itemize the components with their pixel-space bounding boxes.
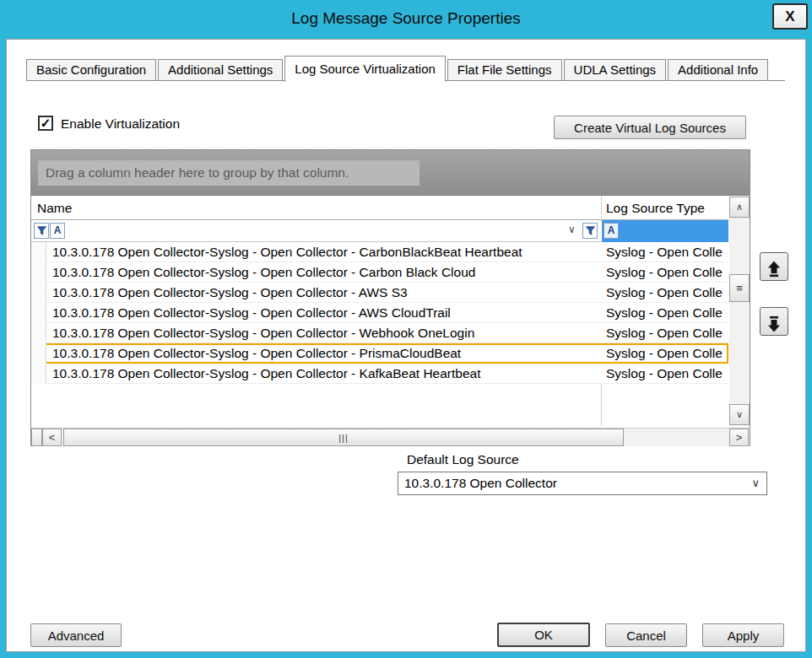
row-name-cell[interactable]: 10.3.0.178 Open Collector-Syslog - Open … bbox=[52, 323, 597, 342]
text-filter-icon[interactable]: A bbox=[50, 223, 65, 239]
row-type-cell[interactable]: Syslog - Open Colle bbox=[606, 343, 728, 363]
grid-row[interactable]: 10.3.0.178 Open Collector-Syslog - Open … bbox=[31, 323, 728, 343]
row-type-cell[interactable]: Syslog - Open Colle bbox=[606, 262, 728, 282]
name-filter-funnel-icon[interactable] bbox=[582, 223, 598, 239]
grid-row[interactable]: 10.3.0.178 Open Collector-Syslog - Open … bbox=[31, 283, 728, 303]
tab-log-source-virtualization[interactable]: Log Source Virtualization bbox=[284, 56, 446, 82]
down-arrow-icon bbox=[765, 315, 783, 333]
row-type-cell[interactable]: Syslog - Open Colle bbox=[606, 242, 728, 262]
funnel-glyph bbox=[37, 226, 46, 235]
tab-basic-configuration[interactable]: Basic Configuration bbox=[26, 59, 156, 80]
default-log-source-label: Default Log Source bbox=[407, 452, 519, 467]
row-selector-cell[interactable] bbox=[31, 364, 46, 384]
row-name-cell[interactable]: 10.3.0.178 Open Collector-Syslog - Open … bbox=[52, 242, 597, 262]
enable-virtualization-checkbox[interactable]: ✓ bbox=[38, 116, 53, 131]
move-down-button[interactable] bbox=[760, 307, 788, 336]
ok-button[interactable]: OK bbox=[497, 623, 590, 647]
row-name-cell[interactable]: 10.3.0.178 Open Collector-Syslog - Open … bbox=[52, 262, 597, 282]
row-type-cell[interactable]: Syslog - Open Colle bbox=[606, 364, 728, 383]
checkbox-check-icon: ✓ bbox=[40, 117, 51, 129]
grid-row[interactable]: 10.3.0.178 Open Collector-Syslog - Open … bbox=[31, 242, 728, 262]
grid-row[interactable]: 10.3.0.178 Open Collector-Syslog - Open … bbox=[31, 364, 728, 384]
row-name-cell[interactable]: 10.3.0.178 Open Collector-Syslog - Open … bbox=[52, 303, 597, 322]
scroll-right-button[interactable]: > bbox=[729, 429, 749, 446]
default-log-source-combobox[interactable]: 10.3.0.178 Open Collector ∨ bbox=[398, 472, 767, 495]
row-name-cell[interactable]: 10.3.0.178 Open Collector-Syslog - Open … bbox=[52, 364, 597, 383]
grid-row[interactable]: 10.3.0.178 Open Collector-Syslog - Open … bbox=[31, 303, 728, 323]
tab-udla-settings[interactable]: UDLA Settings bbox=[564, 59, 667, 80]
scroll-up-button[interactable]: ∧ bbox=[729, 197, 750, 218]
enable-virtualization-label: Enable Virtualization bbox=[61, 116, 180, 132]
titlebar[interactable]: Log Message Source Properties X bbox=[0, 0, 812, 39]
grid-row[interactable]: 10.3.0.178 Open Collector-Syslog - Open … bbox=[31, 262, 728, 283]
tab-strip: Basic Configuration Additional Settings … bbox=[26, 57, 770, 80]
grid-header-row: Name Log Source Type bbox=[31, 196, 728, 220]
row-type-cell[interactable]: Syslog - Open Colle bbox=[606, 303, 728, 322]
vertical-scrollbar[interactable]: ∧ ≡ ∨ bbox=[729, 197, 750, 425]
scroll-down-button[interactable]: ∨ bbox=[729, 404, 750, 425]
funnel-glyph bbox=[586, 226, 595, 235]
row-name-cell[interactable]: 10.3.0.178 Open Collector-Syslog - Open … bbox=[52, 283, 597, 302]
row-type-cell[interactable]: Syslog - Open Colle bbox=[606, 323, 728, 342]
row-selector-cell[interactable] bbox=[31, 262, 46, 283]
row-name-cell[interactable]: 10.3.0.178 Open Collector-Syslog - Open … bbox=[52, 343, 597, 363]
window-title: Log Message Source Properties bbox=[0, 9, 812, 28]
filter-row: A ∨ A bbox=[31, 220, 728, 242]
vertical-scroll-thumb[interactable]: ≡ bbox=[729, 274, 750, 302]
scroll-left-button[interactable]: < bbox=[42, 429, 62, 446]
column-header-name[interactable]: Name bbox=[37, 196, 72, 220]
row-selector-cell[interactable] bbox=[31, 303, 46, 323]
dialog-window: Log Message Source Properties X Basic Co… bbox=[0, 0, 812, 658]
filter-funnel-icon[interactable] bbox=[34, 223, 49, 239]
type-filter-text-icon: A bbox=[604, 223, 619, 239]
row-selector-cell[interactable] bbox=[31, 283, 46, 303]
apply-button[interactable]: Apply bbox=[702, 623, 784, 647]
tab-additional-info[interactable]: Additional Info bbox=[668, 59, 768, 80]
tab-flat-file-settings[interactable]: Flat File Settings bbox=[447, 59, 562, 80]
row-selector-cell[interactable] bbox=[31, 242, 46, 262]
horizontal-scrollbar[interactable]: < ||| > bbox=[31, 428, 750, 446]
group-by-panel[interactable]: Drag a column header here to group by th… bbox=[31, 150, 750, 196]
cancel-button[interactable]: Cancel bbox=[605, 623, 687, 647]
horizontal-scroll-thumb[interactable]: ||| bbox=[63, 429, 624, 446]
type-filter-cell[interactable]: A bbox=[602, 220, 728, 242]
create-virtual-log-sources-button[interactable]: Create Virtual Log Sources bbox=[554, 116, 746, 139]
tab-additional-settings[interactable]: Additional Settings bbox=[158, 59, 283, 80]
dialog-content: Basic Configuration Additional Settings … bbox=[6, 39, 806, 652]
row-selector-cell[interactable] bbox=[31, 343, 46, 364]
row-type-cell[interactable]: Syslog - Open Colle bbox=[606, 283, 728, 302]
row-selector-cell[interactable] bbox=[31, 323, 46, 343]
log-sources-grid: Drag a column header here to group by th… bbox=[30, 149, 750, 446]
move-up-button[interactable] bbox=[760, 252, 788, 281]
advanced-button[interactable]: Advanced bbox=[30, 623, 122, 647]
close-button[interactable]: X bbox=[772, 3, 808, 30]
name-filter-dropdown-icon[interactable]: ∨ bbox=[568, 224, 576, 235]
up-arrow-icon bbox=[765, 260, 783, 278]
group-by-hint: Drag a column header here to group by th… bbox=[38, 160, 420, 186]
column-header-type[interactable]: Log Source Type bbox=[606, 196, 705, 220]
grid-rows: 10.3.0.178 Open Collector-Syslog - Open … bbox=[31, 242, 728, 384]
grid-row[interactable]: 10.3.0.178 Open Collector-Syslog - Open … bbox=[31, 343, 728, 364]
scroll-corner bbox=[31, 429, 42, 446]
combobox-value: 10.3.0.178 Open Collector bbox=[404, 472, 557, 494]
chevron-down-icon[interactable]: ∨ bbox=[751, 472, 760, 494]
